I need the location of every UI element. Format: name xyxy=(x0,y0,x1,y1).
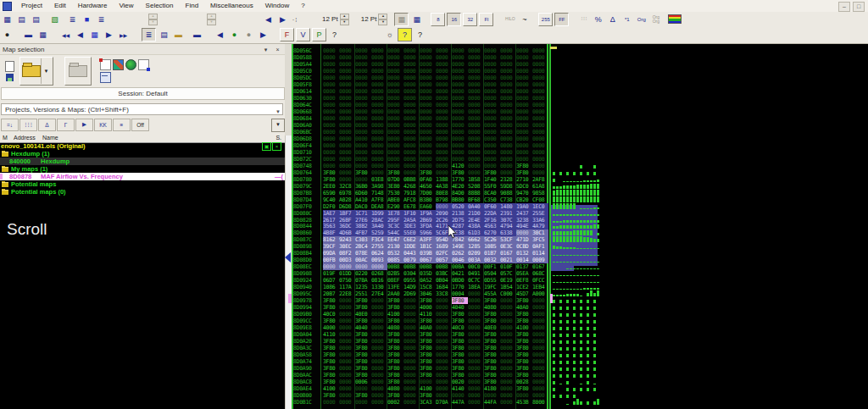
hex-cell[interactable]: 10B5 xyxy=(484,243,500,250)
hex-cell[interactable]: 0000 xyxy=(355,122,371,129)
hex-cell[interactable]: 3F80 xyxy=(484,358,500,365)
hex-cell[interactable]: 0000 xyxy=(355,88,371,95)
hex-cell[interactable]: 4100 xyxy=(420,385,436,392)
hex-cell[interactable]: 0000 xyxy=(403,88,420,95)
hex-cell[interactable]: 0000 xyxy=(339,176,355,183)
hex-cell[interactable]: 2EE0 xyxy=(323,183,339,190)
hex-cell[interactable]: 0000 xyxy=(468,331,484,338)
hex-cell[interactable]: 0000 xyxy=(436,75,452,81)
hex-cell[interactable]: 84D0 xyxy=(452,190,468,196)
hexdump-view-icon[interactable]: ▦ xyxy=(394,13,409,26)
hex-cell[interactable]: 55F0 xyxy=(484,183,500,190)
hex-cell[interactable]: 0000 xyxy=(403,81,420,88)
hex-cell[interactable]: 0000 xyxy=(484,115,500,122)
hex-cell[interactable]: 0000 xyxy=(532,61,548,68)
sort-button[interactable]: =↓ xyxy=(1,119,19,131)
hex-cell[interactable]: 3F80 xyxy=(323,345,339,351)
hex-cell[interactable]: 0000 xyxy=(339,149,355,156)
hex-cell[interactable]: 08EF xyxy=(387,277,403,284)
hex-cell[interactable]: 0000 xyxy=(371,297,387,304)
hex-cell[interactable]: 00F1 xyxy=(484,263,500,270)
hex-cell[interactable]: 0000 xyxy=(468,135,484,142)
hex-cell[interactable]: 0000 xyxy=(500,115,516,122)
hex-cell[interactable]: 0000 xyxy=(403,102,420,108)
hex-cell[interactable]: 0000 xyxy=(532,75,548,81)
hex-cell[interactable]: 0006 xyxy=(355,379,371,385)
wizard-icon[interactable]: ☼ xyxy=(383,29,396,41)
hex-cell[interactable]: 4A38 xyxy=(436,183,452,190)
hex-cell[interactable]: 4140 xyxy=(452,385,468,392)
bit-columns-icon[interactable]: ᎒᎒᎒ xyxy=(577,14,590,25)
hex-cell[interactable]: B3B0 xyxy=(420,196,436,203)
hex-cell[interactable]: 0C7C xyxy=(468,277,484,284)
hex-cell[interactable]: 0000 xyxy=(500,88,516,95)
hex-cell[interactable]: 7D00 xyxy=(420,190,436,196)
hex-cell[interactable]: 0000 xyxy=(371,385,387,392)
hex-cell[interactable]: 1BF7 xyxy=(339,210,355,217)
next-map-icon[interactable]: ▶ xyxy=(103,29,115,41)
hex-cell[interactable]: 0028 xyxy=(516,379,532,385)
hex-cell[interactable]: 0000 xyxy=(387,108,403,115)
hex-cell[interactable]: 3F80 xyxy=(516,169,532,176)
menu-item-edit[interactable]: Edit xyxy=(48,2,72,9)
hex-cell[interactable]: 1DDE xyxy=(403,243,420,250)
new-map-icon[interactable] xyxy=(100,59,111,70)
hex-cell[interactable]: 0000 xyxy=(484,68,500,75)
hex-cell[interactable]: 6338 xyxy=(500,229,516,236)
hex-cell[interactable]: A7F8 xyxy=(371,196,387,203)
hex-cell[interactable]: 0000 xyxy=(436,129,452,135)
hex-cell[interactable]: 0491 xyxy=(468,270,484,277)
view-float-button[interactable]: Fl xyxy=(479,13,493,26)
hex-cell[interactable]: 0000 xyxy=(339,122,355,129)
column-m[interactable]: M xyxy=(3,134,8,142)
hex-cell[interactable]: 6590 xyxy=(323,190,339,196)
hex-cell[interactable]: 0750 xyxy=(339,277,355,284)
hex-cell[interactable]: 0000 xyxy=(387,115,403,122)
hex-cell[interactable]: C350 xyxy=(484,196,500,203)
hex-cell[interactable]: 3F80 xyxy=(387,338,403,345)
hex-cell[interactable]: 0000 xyxy=(484,81,500,88)
panel-close-icon[interactable]: × xyxy=(272,45,283,54)
text-view-icon[interactable]: ▦ xyxy=(410,14,423,25)
hex-cell[interactable]: B798 xyxy=(436,196,452,203)
hex-cell[interactable]: 0000 xyxy=(387,81,403,88)
tree-folder-row[interactable]: Potential maps xyxy=(0,180,285,188)
hex-cell[interactable]: 8CA0 xyxy=(484,190,500,196)
hex-cell[interactable]: 0000 xyxy=(436,115,452,122)
hex-cell[interactable]: 05EA xyxy=(516,270,532,277)
hex-cell[interactable]: 3F80 xyxy=(420,351,436,358)
hex-cell[interactable]: CB20 xyxy=(516,196,532,203)
hex-cell[interactable]: 0000 xyxy=(436,318,452,324)
flag-filter-button[interactable]: ▶ xyxy=(75,119,93,131)
hex-cell[interactable]: 4000 xyxy=(323,324,339,331)
hex-cell[interactable]: 0000 xyxy=(516,47,532,54)
hex-cell[interactable]: 3F80 xyxy=(323,365,339,372)
ruler-button[interactable]: ᎒᎒᎒ xyxy=(19,119,37,131)
hex-cell[interactable]: 4268 xyxy=(403,183,420,190)
project-properties-icon[interactable]: ▬ xyxy=(22,29,35,41)
hex-cell[interactable]: 0000 xyxy=(371,115,387,122)
hex-cell[interactable]: 0000 xyxy=(500,135,516,142)
hex-cell[interactable]: 0000 xyxy=(532,88,548,95)
hex-cell[interactable]: 0000 xyxy=(387,68,403,75)
hex-cell[interactable]: 0000 xyxy=(500,345,516,351)
hex-cell[interactable]: 3F80 xyxy=(387,351,403,358)
hex-cell[interactable]: 2755 xyxy=(371,243,387,250)
hex-cell[interactable]: 2B69 xyxy=(420,217,436,224)
hex-cell[interactable]: 19A0 xyxy=(516,203,532,210)
window-new-icon[interactable]: ▬ xyxy=(191,29,203,41)
hex-cell[interactable]: 0000 xyxy=(323,142,339,149)
hex-cell[interactable]: 0000 xyxy=(468,149,484,156)
hex-cell[interactable]: 0000 xyxy=(484,75,500,81)
difference-options-icon[interactable]: - ¦ xyxy=(291,14,298,25)
hex-cell[interactable]: 0000 xyxy=(387,95,403,102)
hex-cell[interactable]: 3F80 xyxy=(452,297,468,304)
hex-cell[interactable]: 4080 xyxy=(484,304,500,311)
hex-cell[interactable]: 0000 xyxy=(403,324,420,331)
hex-cell[interactable]: 0000 xyxy=(452,95,468,102)
hex-cell[interactable]: 3F80 xyxy=(516,311,532,318)
hex-cell[interactable]: 544C xyxy=(387,229,403,236)
hex-cell[interactable]: 0000 xyxy=(371,318,387,324)
help-icon[interactable]: ? xyxy=(398,28,412,41)
hex-cell[interactable]: 00B8 xyxy=(420,263,436,270)
